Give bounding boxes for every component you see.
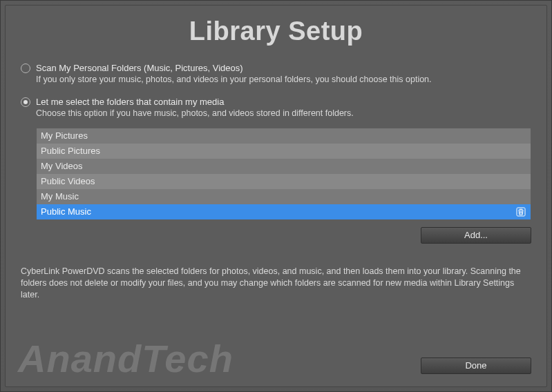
list-item[interactable]: My Music [37,189,531,204]
folder-name: My Videos [41,159,82,174]
window-frame: Library Setup Scan My Personal Folders (… [0,0,552,392]
folder-name: My Pictures [41,128,88,144]
list-item[interactable]: Public Videos [37,174,531,189]
list-item[interactable]: Public Music [37,204,531,219]
done-button[interactable]: Done [421,357,531,374]
radio-icon[interactable] [21,63,30,73]
list-item[interactable]: My Pictures [37,128,531,144]
add-button[interactable]: Add... [421,227,531,244]
folder-name: Public Videos [41,174,95,189]
option-desc: Choose this option if you have music, ph… [36,108,531,118]
dialog-body: Library Setup Scan My Personal Folders (… [5,5,547,387]
list-item[interactable]: Public Pictures [37,144,531,159]
info-text: CyberLink PowerDVD scans the selected fo… [21,266,531,301]
option-desc: If you only store your music, photos, an… [36,75,531,84]
folder-name: My Music [41,189,79,204]
radio-icon[interactable] [21,97,30,107]
option-label: Let me select the folders that contain m… [36,97,224,107]
folder-list: My Pictures Public Pictures My Videos Pu… [36,128,531,220]
list-item[interactable]: My Videos [37,159,531,174]
watermark: AnandTech [18,336,234,381]
folder-name: Public Music [41,204,91,219]
folder-name: Public Pictures [41,144,100,159]
option-select-folders[interactable]: Let me select the folders that contain m… [21,97,531,244]
trash-icon[interactable] [515,206,526,217]
dialog-title: Library Setup [21,17,531,46]
option-label: Scan My Personal Folders (Music, Picture… [36,63,243,73]
option-personal-folders[interactable]: Scan My Personal Folders (Music, Picture… [21,63,531,84]
